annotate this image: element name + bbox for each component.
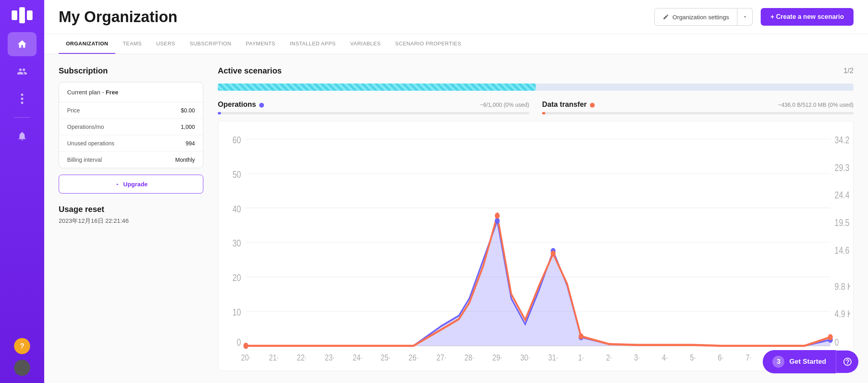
billing-label: Billing interval	[67, 157, 102, 163]
plan-name: Free	[106, 89, 119, 96]
svg-text:6·: 6·	[718, 352, 723, 362]
svg-text:30·: 30·	[520, 352, 530, 362]
get-started-count: 3	[772, 356, 784, 368]
sidebar-divider	[14, 117, 30, 118]
svg-text:10: 10	[232, 307, 241, 318]
svg-point-34	[244, 343, 248, 349]
tab-teams[interactable]: TEAMS	[115, 34, 149, 54]
svg-text:34.2 KB: 34.2 KB	[835, 135, 850, 145]
svg-text:27·: 27·	[436, 352, 446, 362]
org-settings-dropdown-button[interactable]	[737, 8, 753, 26]
get-started-label: Get Started	[789, 358, 826, 366]
svg-text:14.6 KB: 14.6 KB	[835, 245, 850, 256]
upgrade-button[interactable]: Upgrade	[59, 175, 203, 194]
svg-text:22·: 22·	[297, 352, 307, 362]
unused-value: 994	[186, 140, 195, 147]
svg-text:30: 30	[232, 238, 241, 249]
price-label: Price	[67, 107, 80, 114]
content-area: Subscription Current plan - Free Price $…	[44, 54, 868, 383]
svg-point-36	[551, 251, 555, 257]
tab-installed-apps[interactable]: INSTALLED APPS	[283, 34, 343, 54]
billing-value: Monthly	[175, 157, 195, 163]
plan-row-ops: Operations/mo 1,000	[59, 119, 203, 135]
svg-text:28·: 28·	[465, 352, 474, 362]
plan-header: Current plan - Free	[59, 82, 203, 102]
operations-value: ~6/1,000 (0% used)	[400, 102, 529, 108]
usage-reset-date: 2023年12月16日 22:21:46	[59, 217, 203, 225]
svg-point-3	[21, 94, 23, 96]
tab-subscription[interactable]: SUBSCRIPTION	[182, 34, 239, 54]
data-transfer-dot	[590, 103, 595, 108]
tab-users[interactable]: USERS	[149, 34, 182, 54]
sidebar-help-badge[interactable]: ?	[14, 338, 30, 354]
sidebar-item-notifications[interactable]	[8, 124, 37, 148]
org-settings-label: Organization settings	[672, 14, 729, 20]
tab-payments[interactable]: PAYMENTS	[239, 34, 283, 54]
tab-organization[interactable]: ORGANIZATION	[59, 34, 115, 54]
svg-text:50: 50	[232, 169, 241, 180]
svg-text:26·: 26·	[409, 352, 418, 362]
get-started-button[interactable]: 3 Get Started	[763, 350, 836, 373]
active-scenarios-progress	[218, 84, 854, 91]
svg-text:19.5 KB: 19.5 KB	[835, 218, 850, 228]
tab-scenario-properties[interactable]: SCENARIO PROPERTIES	[388, 34, 469, 54]
operations-metric: Operations ~6/1,000 (0% used)	[218, 100, 529, 114]
current-plan-label: Current plan -	[67, 89, 106, 96]
active-scenarios-count: 1/2	[843, 67, 854, 75]
svg-rect-1	[19, 7, 25, 23]
data-transfer-bar-fill	[542, 112, 545, 114]
svg-text:24.4 KB: 24.4 KB	[835, 190, 850, 200]
sidebar-logo[interactable]	[12, 7, 33, 25]
svg-text:4·: 4·	[662, 352, 667, 362]
svg-point-4	[21, 98, 23, 100]
bottom-bar: 3 Get Started	[763, 350, 858, 373]
subscription-title: Subscription	[59, 66, 203, 75]
svg-text:9.8 KB: 9.8 KB	[835, 281, 850, 292]
svg-text:20: 20	[232, 273, 241, 283]
svg-text:40: 40	[232, 204, 241, 214]
page-title: My Organization	[59, 8, 646, 26]
svg-text:31·: 31·	[548, 352, 558, 362]
svg-text:21·: 21·	[269, 352, 278, 362]
svg-point-38	[828, 334, 833, 340]
left-panel: Subscription Current plan - Free Price $…	[59, 66, 203, 371]
tabs-bar: ORGANIZATION TEAMS USERS SUBSCRIPTION PA…	[44, 34, 868, 54]
active-scenarios-fill	[218, 84, 536, 91]
svg-text:5·: 5·	[690, 352, 696, 362]
svg-text:0: 0	[237, 337, 241, 348]
ops-label: Operations/mo	[67, 124, 104, 130]
sidebar-item-home[interactable]	[8, 32, 37, 56]
active-scenarios-label: Active scenarios	[218, 66, 843, 75]
data-transfer-metric: Data transfer ~436.0 B/512.0 MB (0% used…	[542, 100, 854, 114]
help-button[interactable]	[836, 350, 858, 373]
svg-text:25·: 25·	[381, 352, 390, 362]
sidebar: ?	[0, 0, 44, 383]
svg-point-30	[495, 218, 500, 224]
price-value: $0.00	[181, 107, 195, 114]
svg-text:7·: 7·	[746, 352, 751, 362]
sidebar-item-team[interactable]	[8, 59, 37, 84]
svg-text:2·: 2·	[606, 352, 612, 362]
svg-text:3·: 3·	[634, 352, 640, 362]
chart-svg: 60 50 40 30 20 10 0 34.2 KB 29.3 KB 24.4…	[221, 126, 850, 367]
svg-text:1·: 1·	[578, 352, 584, 362]
subscription-card: Current plan - Free Price $0.00 Operatio…	[59, 82, 203, 168]
tab-variables[interactable]: VARIABLES	[343, 34, 388, 54]
usage-reset-title: Usage reset	[59, 205, 203, 214]
create-scenario-button[interactable]: + Create a new scenario	[761, 8, 854, 26]
svg-marker-28	[246, 221, 831, 346]
svg-text:20·: 20·	[241, 352, 251, 362]
org-settings-button[interactable]: Organization settings	[654, 8, 737, 26]
main-content: My Organization Organization settings + …	[44, 0, 868, 383]
upgrade-label: Upgrade	[123, 181, 148, 187]
plan-row-price: Price $0.00	[59, 102, 203, 119]
operations-dot	[259, 103, 264, 108]
svg-point-37	[579, 333, 583, 339]
sidebar-user-avatar[interactable]	[14, 360, 30, 376]
svg-rect-0	[12, 10, 17, 20]
header: My Organization Organization settings + …	[44, 0, 868, 34]
sidebar-item-more[interactable]	[8, 87, 37, 111]
ops-value: 1,000	[181, 124, 195, 130]
plan-row-unused: Unused operations 994	[59, 135, 203, 152]
data-transfer-bar	[542, 112, 854, 114]
